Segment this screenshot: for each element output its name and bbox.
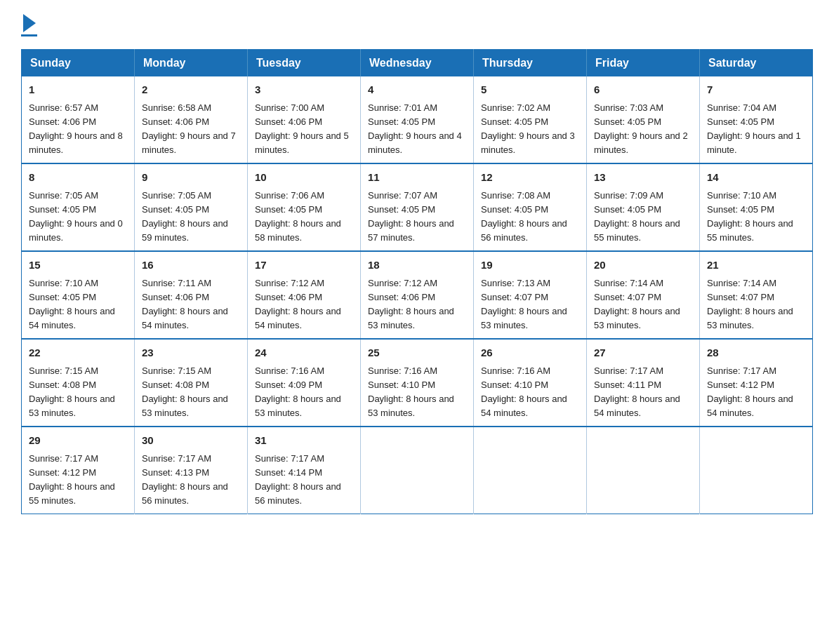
day-number: 2 [142, 82, 240, 98]
weekday-header-thursday: Thursday [474, 50, 587, 77]
day-info: Sunrise: 7:17 AMSunset: 4:12 PMDaylight:… [707, 365, 793, 418]
day-number: 31 [255, 433, 353, 449]
day-info: Sunrise: 7:17 AMSunset: 4:12 PMDaylight:… [29, 453, 115, 506]
day-cell: 10 Sunrise: 7:06 AMSunset: 4:05 PMDaylig… [248, 163, 361, 251]
day-cell: 9 Sunrise: 7:05 AMSunset: 4:05 PMDayligh… [135, 163, 248, 251]
day-number: 18 [368, 257, 466, 274]
day-cell: 13 Sunrise: 7:09 AMSunset: 4:05 PMDaylig… [587, 163, 700, 251]
day-cell: 18 Sunrise: 7:12 AMSunset: 4:06 PMDaylig… [361, 251, 474, 339]
day-info: Sunrise: 7:13 AMSunset: 4:07 PMDaylight:… [481, 278, 567, 330]
week-row-2: 8 Sunrise: 7:05 AMSunset: 4:05 PMDayligh… [22, 163, 813, 251]
day-cell: 7 Sunrise: 7:04 AMSunset: 4:05 PMDayligh… [700, 76, 813, 163]
weekday-header-row: SundayMondayTuesdayWednesdayThursdayFrid… [22, 50, 813, 77]
day-cell: 27 Sunrise: 7:17 AMSunset: 4:11 PMDaylig… [587, 339, 700, 427]
day-info: Sunrise: 7:11 AMSunset: 4:06 PMDaylight:… [142, 278, 228, 330]
day-number: 3 [255, 82, 353, 98]
day-info: Sunrise: 7:17 AMSunset: 4:13 PMDaylight:… [142, 453, 228, 506]
day-cell: 25 Sunrise: 7:16 AMSunset: 4:10 PMDaylig… [361, 339, 474, 427]
day-cell: 11 Sunrise: 7:07 AMSunset: 4:05 PMDaylig… [361, 163, 474, 251]
day-info: Sunrise: 7:16 AMSunset: 4:10 PMDaylight:… [368, 365, 454, 418]
day-cell: 20 Sunrise: 7:14 AMSunset: 4:07 PMDaylig… [587, 251, 700, 339]
day-cell [700, 427, 813, 514]
day-number: 29 [29, 433, 127, 449]
page: SundayMondayTuesdayWednesdayThursdayFrid… [0, 0, 834, 528]
day-number: 16 [142, 257, 240, 274]
day-number: 10 [255, 170, 353, 186]
day-number: 13 [594, 170, 692, 186]
week-row-4: 22 Sunrise: 7:15 AMSunset: 4:08 PMDaylig… [22, 339, 813, 427]
weekday-header-wednesday: Wednesday [361, 50, 474, 77]
day-cell: 17 Sunrise: 7:12 AMSunset: 4:06 PMDaylig… [248, 251, 361, 339]
day-cell: 29 Sunrise: 7:17 AMSunset: 4:12 PMDaylig… [22, 427, 135, 514]
day-info: Sunrise: 7:10 AMSunset: 4:05 PMDaylight:… [29, 278, 115, 330]
day-cell: 21 Sunrise: 7:14 AMSunset: 4:07 PMDaylig… [700, 251, 813, 339]
day-info: Sunrise: 7:12 AMSunset: 4:06 PMDaylight:… [368, 278, 454, 330]
weekday-header-sunday: Sunday [22, 50, 135, 77]
day-cell: 30 Sunrise: 7:17 AMSunset: 4:13 PMDaylig… [135, 427, 248, 514]
day-cell: 24 Sunrise: 7:16 AMSunset: 4:09 PMDaylig… [248, 339, 361, 427]
day-number: 12 [481, 170, 579, 186]
day-info: Sunrise: 7:10 AMSunset: 4:05 PMDaylight:… [707, 190, 793, 243]
day-info: Sunrise: 7:06 AMSunset: 4:05 PMDaylight:… [255, 190, 341, 243]
day-number: 21 [707, 257, 805, 274]
logo-underline [21, 34, 37, 36]
day-cell [361, 427, 474, 514]
weekday-header-friday: Friday [587, 50, 700, 77]
day-cell: 16 Sunrise: 7:11 AMSunset: 4:06 PMDaylig… [135, 251, 248, 339]
header [21, 14, 813, 36]
day-cell: 23 Sunrise: 7:15 AMSunset: 4:08 PMDaylig… [135, 339, 248, 427]
day-number: 28 [707, 345, 805, 361]
day-info: Sunrise: 6:57 AMSunset: 4:06 PMDaylight:… [29, 102, 123, 155]
day-number: 5 [481, 82, 579, 98]
day-info: Sunrise: 7:17 AMSunset: 4:14 PMDaylight:… [255, 453, 341, 506]
day-number: 30 [142, 433, 240, 449]
day-info: Sunrise: 7:16 AMSunset: 4:10 PMDaylight:… [481, 365, 567, 418]
day-number: 1 [29, 82, 127, 98]
day-number: 26 [481, 345, 579, 361]
day-number: 11 [368, 170, 466, 186]
week-row-1: 1 Sunrise: 6:57 AMSunset: 4:06 PMDayligh… [22, 76, 813, 163]
day-info: Sunrise: 7:14 AMSunset: 4:07 PMDaylight:… [707, 278, 793, 330]
weekday-header-saturday: Saturday [700, 50, 813, 77]
day-number: 20 [594, 257, 692, 274]
day-number: 14 [707, 170, 805, 186]
day-cell: 28 Sunrise: 7:17 AMSunset: 4:12 PMDaylig… [700, 339, 813, 427]
day-number: 24 [255, 345, 353, 361]
day-info: Sunrise: 7:02 AMSunset: 4:05 PMDaylight:… [481, 102, 575, 155]
day-cell [587, 427, 700, 514]
day-cell: 1 Sunrise: 6:57 AMSunset: 4:06 PMDayligh… [22, 76, 135, 163]
day-info: Sunrise: 6:58 AMSunset: 4:06 PMDaylight:… [142, 102, 236, 155]
day-info: Sunrise: 7:01 AMSunset: 4:05 PMDaylight:… [368, 102, 462, 155]
day-info: Sunrise: 7:16 AMSunset: 4:09 PMDaylight:… [255, 365, 341, 418]
day-number: 7 [707, 82, 805, 98]
day-number: 25 [368, 345, 466, 361]
logo-arrow-icon [23, 14, 36, 32]
day-cell: 22 Sunrise: 7:15 AMSunset: 4:08 PMDaylig… [22, 339, 135, 427]
day-info: Sunrise: 7:14 AMSunset: 4:07 PMDaylight:… [594, 278, 680, 330]
week-row-3: 15 Sunrise: 7:10 AMSunset: 4:05 PMDaylig… [22, 251, 813, 339]
day-cell: 19 Sunrise: 7:13 AMSunset: 4:07 PMDaylig… [474, 251, 587, 339]
day-cell: 6 Sunrise: 7:03 AMSunset: 4:05 PMDayligh… [587, 76, 700, 163]
day-info: Sunrise: 7:09 AMSunset: 4:05 PMDaylight:… [594, 190, 680, 243]
day-number: 19 [481, 257, 579, 274]
day-number: 23 [142, 345, 240, 361]
day-info: Sunrise: 7:05 AMSunset: 4:05 PMDaylight:… [29, 190, 123, 243]
day-cell: 26 Sunrise: 7:16 AMSunset: 4:10 PMDaylig… [474, 339, 587, 427]
day-info: Sunrise: 7:15 AMSunset: 4:08 PMDaylight:… [29, 365, 115, 418]
day-info: Sunrise: 7:04 AMSunset: 4:05 PMDaylight:… [707, 102, 801, 155]
logo [21, 14, 37, 36]
day-cell [474, 427, 587, 514]
day-cell: 4 Sunrise: 7:01 AMSunset: 4:05 PMDayligh… [361, 76, 474, 163]
day-number: 4 [368, 82, 466, 98]
day-info: Sunrise: 7:12 AMSunset: 4:06 PMDaylight:… [255, 278, 341, 330]
day-cell: 3 Sunrise: 7:00 AMSunset: 4:06 PMDayligh… [248, 76, 361, 163]
day-number: 17 [255, 257, 353, 274]
day-cell: 12 Sunrise: 7:08 AMSunset: 4:05 PMDaylig… [474, 163, 587, 251]
day-cell: 2 Sunrise: 6:58 AMSunset: 4:06 PMDayligh… [135, 76, 248, 163]
day-cell: 31 Sunrise: 7:17 AMSunset: 4:14 PMDaylig… [248, 427, 361, 514]
day-number: 8 [29, 170, 127, 186]
day-cell: 5 Sunrise: 7:02 AMSunset: 4:05 PMDayligh… [474, 76, 587, 163]
day-cell: 8 Sunrise: 7:05 AMSunset: 4:05 PMDayligh… [22, 163, 135, 251]
day-info: Sunrise: 7:00 AMSunset: 4:06 PMDaylight:… [255, 102, 349, 155]
day-info: Sunrise: 7:15 AMSunset: 4:08 PMDaylight:… [142, 365, 228, 418]
